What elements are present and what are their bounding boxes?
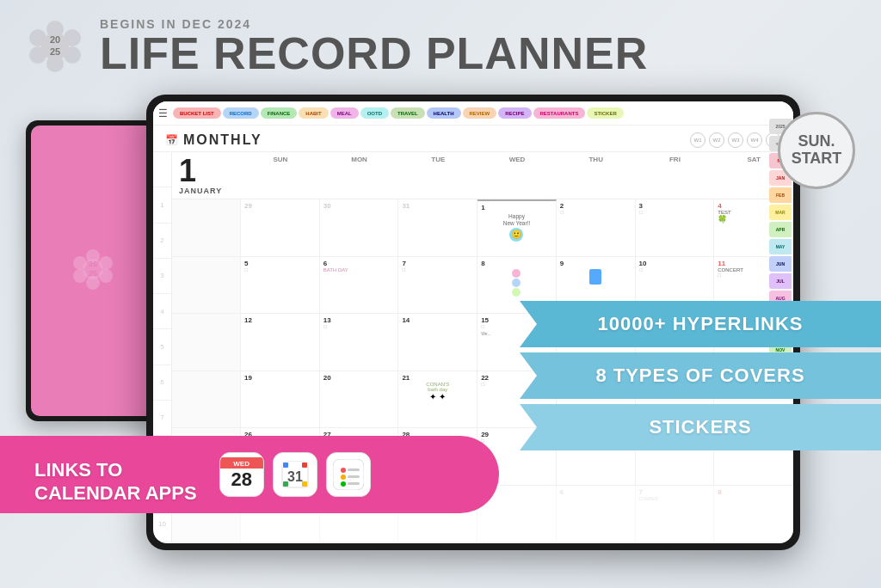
day-header-wed: WED xyxy=(477,152,557,199)
row-4: 4 xyxy=(153,294,171,329)
day-header-tue: TUE xyxy=(398,152,477,199)
day-headers: 1 JANUARY SUN MON TUE WED THU FRI SAT xyxy=(172,152,793,199)
cal-day-abbr: WED xyxy=(220,457,263,469)
cell-jan2[interactable]: 2 ☐ xyxy=(557,199,636,256)
hamburger-icon[interactable]: ☰ xyxy=(158,107,168,119)
svg-text:20: 20 xyxy=(50,34,60,45)
banner-covers: 8 TYPES OF COVERS xyxy=(520,352,881,399)
week4-circle[interactable]: W4 xyxy=(747,132,762,148)
links-text: LINKS TO CALENDAR APPS xyxy=(34,444,197,505)
cell-jan19[interactable]: 19 xyxy=(241,371,320,428)
row-3: 3 xyxy=(153,259,171,294)
row-num-header xyxy=(153,152,171,187)
sun-start-badge: SUN. START xyxy=(778,112,855,189)
nav-tab-finance[interactable]: FINANCE xyxy=(261,107,298,119)
cell-jan14[interactable]: 14 xyxy=(398,314,477,371)
cell-jan13[interactable]: 13☐ xyxy=(320,314,399,371)
svg-text:25: 25 xyxy=(50,46,60,57)
stickers-text: STICKERS xyxy=(649,416,751,438)
nav-tab-bucketlist[interactable]: BUCKET LIST xyxy=(173,107,221,119)
day-header-thu: THU xyxy=(557,152,636,199)
svg-point-29 xyxy=(341,481,346,487)
app-icons: WED 28 31 xyxy=(219,452,371,497)
tab-may[interactable]: MAY xyxy=(769,239,792,254)
svg-text:25: 25 xyxy=(88,269,96,278)
cell-dec31[interactable]: 31 xyxy=(398,199,477,256)
sun-start-text: SUN. START xyxy=(792,133,842,168)
banner-stickers: STICKERS xyxy=(520,404,881,450)
week-circles: W1 W2 W3 W4 W5 xyxy=(690,132,781,148)
cell-jan3[interactable]: 3 ☐ xyxy=(636,199,715,256)
nav-tab-restaurants[interactable]: RESTAURANTS xyxy=(533,107,586,119)
monthly-header: 📅 MONTHLY W1 W2 W3 W4 W5 xyxy=(153,126,793,152)
cell-row2-label xyxy=(172,257,241,314)
nav-tab-sticker[interactable]: STICKER xyxy=(587,107,623,119)
svg-point-28 xyxy=(341,475,346,480)
planner-nav: ☰ BUCKET LIST RECORD FINANCE HABIT MEAL … xyxy=(153,101,793,126)
cell-row4-label xyxy=(172,371,241,428)
reminders-icon xyxy=(326,452,371,497)
nav-tab-habit[interactable]: HABIT xyxy=(299,107,328,119)
week1-circle[interactable]: W1 xyxy=(690,132,705,148)
main-container: 20 25 BEGINS IN DEC 2024 LIFE RECORD PLA… xyxy=(0,0,881,588)
ios-calendar-icon: WED 28 xyxy=(219,452,264,497)
logo: 20 25 xyxy=(26,17,84,76)
covers-text: 8 TYPES OF COVERS xyxy=(595,364,804,387)
svg-rect-25 xyxy=(302,481,307,487)
nav-tab-meal[interactable]: MEAL xyxy=(330,107,359,119)
tab-apr[interactable]: APR xyxy=(769,222,792,237)
nav-tab-record[interactable]: RECORD xyxy=(223,107,259,119)
cell-jan7[interactable]: 7☐ xyxy=(398,257,477,314)
happy-new-year-text: HappyNew Year!! xyxy=(481,213,552,228)
svg-text:20: 20 xyxy=(88,260,96,268)
month-label-cell: 1 JANUARY xyxy=(172,152,241,199)
smiley-sticker: 🙂 xyxy=(509,228,523,242)
header: 20 25 BEGINS IN DEC 2024 LIFE RECORD PLA… xyxy=(26,17,648,76)
cell-jan5[interactable]: 5☐ xyxy=(241,257,320,314)
nav-tab-health[interactable]: HEALTH xyxy=(427,107,461,119)
svg-rect-31 xyxy=(348,475,360,478)
svg-rect-23 xyxy=(302,462,307,468)
cell-jan6[interactable]: 6 BATH DAY xyxy=(320,257,399,314)
cell-label-col xyxy=(172,199,241,256)
cell-row3-label xyxy=(172,314,241,371)
day-header-sun: SUN xyxy=(241,152,320,199)
tab-feb[interactable]: FEB xyxy=(769,187,792,203)
google-calendar-icon: 31 xyxy=(273,452,317,497)
row-1: 1 xyxy=(153,187,171,223)
tab-mar[interactable]: MAR xyxy=(769,205,792,220)
row-5: 5 xyxy=(153,329,171,364)
month-num: 1 xyxy=(179,156,234,187)
cell-jan12[interactable]: 12 xyxy=(241,314,320,371)
nav-tab-review[interactable]: REVIEW xyxy=(463,107,497,119)
tab-jul[interactable]: JUL xyxy=(769,273,792,289)
svg-text:31: 31 xyxy=(287,469,303,484)
day-header-mon: MON xyxy=(320,152,399,199)
cal-day-num: 28 xyxy=(231,469,251,491)
cell-dec29[interactable]: 29 xyxy=(241,199,320,256)
feature-banners: 10000+ HYPERLINKS 8 TYPES OF COVERS STIC… xyxy=(520,301,881,450)
calendar-icon-small: 📅 xyxy=(165,134,178,146)
nav-tab-travel[interactable]: TRAVEL xyxy=(391,107,425,119)
cell-jan21[interactable]: 21 CONAN'Sbath day ✦ ✦ xyxy=(398,371,477,428)
svg-rect-32 xyxy=(348,482,360,485)
main-title: LIFE RECORD PLANNER xyxy=(100,31,648,76)
cell-jan20[interactable]: 20 xyxy=(320,371,399,428)
header-text: BEGINS IN DEC 2024 LIFE RECORD PLANNER xyxy=(100,17,648,76)
week3-circle[interactable]: W3 xyxy=(728,132,743,148)
hyperlinks-text: 10000+ HYPERLINKS xyxy=(598,313,804,335)
nav-tab-recipe[interactable]: RECIPE xyxy=(498,107,531,119)
svg-rect-24 xyxy=(283,481,288,487)
week2-circle[interactable]: W2 xyxy=(709,132,724,148)
pink-tablet: 20 25 xyxy=(26,120,159,421)
banner-hyperlinks: 10000+ HYPERLINKS xyxy=(520,301,881,347)
svg-rect-22 xyxy=(283,462,288,468)
day-header-fri: FRI xyxy=(636,152,715,199)
svg-point-27 xyxy=(341,468,346,473)
cal-row-1: 29 30 31 1 HappyNew Year!! 🙂 xyxy=(172,199,793,257)
row-2: 2 xyxy=(153,224,171,259)
nav-tab-ootd[interactable]: OOTD xyxy=(360,107,389,119)
tab-jun[interactable]: JUN xyxy=(769,256,792,272)
cell-dec30[interactable]: 30 xyxy=(320,199,399,256)
cell-jan1[interactable]: 1 HappyNew Year!! 🙂 xyxy=(477,199,557,256)
